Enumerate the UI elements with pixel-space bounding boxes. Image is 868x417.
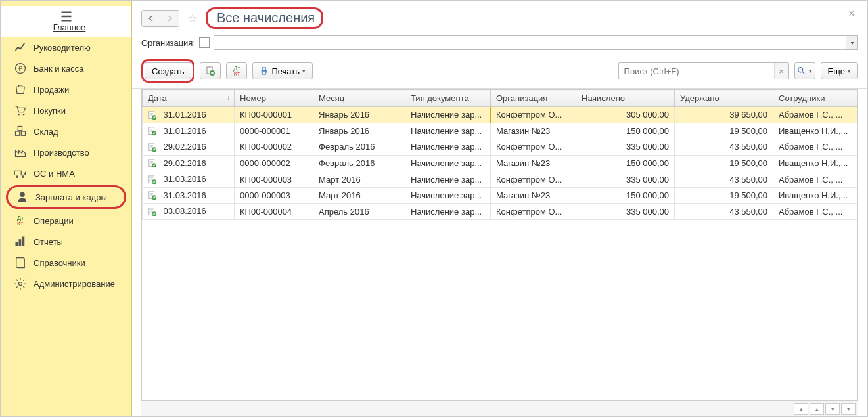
search-clear-button[interactable]: × bbox=[774, 63, 788, 79]
create-button[interactable]: Создать bbox=[145, 62, 191, 79]
table-container: Дата↓ Номер Месяц Тип документа Организа… bbox=[141, 89, 858, 401]
cell-doctype: Начисление зар... bbox=[405, 187, 491, 204]
truck-icon bbox=[14, 167, 27, 179]
cell-accrued: 335 000,00 bbox=[576, 171, 675, 188]
cell-org: Конфетпром О... bbox=[491, 139, 576, 156]
sidebar-item-reports[interactable]: Отчеты bbox=[1, 231, 131, 252]
person-icon bbox=[16, 191, 29, 203]
find-button[interactable]: ▾ bbox=[794, 62, 815, 79]
ruble-icon: ₽ bbox=[14, 62, 27, 74]
org-select[interactable]: ▾ bbox=[214, 35, 858, 50]
org-checkbox[interactable] bbox=[199, 37, 210, 48]
table-row[interactable]: 03.08.2016КП00-000004Апрель 2016Начислен… bbox=[143, 204, 857, 220]
col-date[interactable]: Дата↓ bbox=[143, 90, 235, 107]
scroll-up-button[interactable]: ▴ bbox=[810, 403, 824, 415]
main-area: × ☆ Все начисления Организация: ▾ Создат… bbox=[132, 1, 867, 416]
sidebar-item-assets[interactable]: ОС и НМА bbox=[1, 163, 131, 184]
sidebar-item-label: Главное bbox=[53, 22, 86, 32]
nav-back-button[interactable] bbox=[142, 11, 160, 26]
svg-rect-12 bbox=[22, 237, 25, 246]
cell-number: 0000-000003 bbox=[235, 187, 313, 204]
cell-org: Магазин №23 bbox=[491, 187, 576, 204]
chevron-down-icon: ▾ bbox=[809, 68, 812, 74]
sidebar-item-operations[interactable]: ДтКт Операции bbox=[1, 210, 131, 231]
svg-point-3 bbox=[23, 114, 25, 116]
cell-emp: Иващенко Н.И.,... bbox=[773, 123, 857, 139]
favorite-button[interactable]: ☆ bbox=[185, 11, 200, 26]
org-select-dropdown-icon[interactable]: ▾ bbox=[846, 36, 857, 49]
sidebar-item-sales[interactable]: Продажи bbox=[1, 79, 131, 100]
document-posted-icon bbox=[148, 111, 157, 120]
scroll-bottom-button[interactable]: ▾ bbox=[841, 403, 856, 415]
sidebar-item-production[interactable]: Производство bbox=[1, 142, 131, 163]
col-number[interactable]: Номер bbox=[235, 90, 313, 107]
dtkt-icon: ДтКт bbox=[233, 66, 240, 76]
menu-icon bbox=[60, 11, 73, 22]
sidebar-item-catalogs[interactable]: Справочники bbox=[1, 252, 131, 273]
copy-button[interactable] bbox=[200, 62, 221, 79]
print-button[interactable]: Печать ▾ bbox=[252, 62, 313, 79]
document-posted-icon bbox=[148, 175, 157, 185]
page-title: Все начисления bbox=[217, 11, 315, 25]
svg-point-19 bbox=[798, 68, 803, 72]
cell-month: Январь 2016 bbox=[313, 123, 405, 139]
col-withheld[interactable]: Удержано bbox=[675, 90, 773, 107]
col-employees[interactable]: Сотрудники bbox=[773, 90, 857, 107]
title-highlight: Все начисления bbox=[206, 7, 323, 29]
sidebar-item-warehouse[interactable]: Склад bbox=[1, 121, 131, 142]
table-row[interactable]: 29.02.2016КП00-000002Февраль 2016Начисле… bbox=[143, 139, 857, 156]
sidebar-item-salary[interactable]: Зарплата и кадры bbox=[12, 190, 120, 204]
col-accrued[interactable]: Начислено bbox=[576, 90, 675, 107]
create-button-label: Создать bbox=[152, 66, 184, 76]
cell-date: 29.02.2016 bbox=[143, 155, 235, 171]
cell-month: Март 2016 bbox=[313, 187, 405, 204]
search-icon bbox=[797, 66, 806, 76]
bottom-bar: ▴ ▴ ▾ ▾ bbox=[141, 401, 858, 416]
table-row[interactable]: 31.03.2016КП00-000003Март 2016Начисление… bbox=[143, 171, 857, 188]
sidebar-item-main[interactable]: Главное bbox=[1, 6, 131, 37]
more-button[interactable]: Еще ▾ bbox=[821, 62, 858, 79]
chevron-down-icon: ▾ bbox=[302, 68, 306, 74]
scroll-top-button[interactable]: ▴ bbox=[794, 403, 808, 415]
col-doctype[interactable]: Тип документа bbox=[405, 90, 491, 107]
sidebar-item-purchases[interactable]: Покупки bbox=[1, 100, 131, 121]
cell-org: Магазин №23 bbox=[491, 155, 576, 171]
cell-doctype: Начисление зар... bbox=[405, 139, 491, 156]
dtkt-icon: ДтКт bbox=[14, 215, 27, 227]
org-filter-row: Организация: ▾ bbox=[132, 33, 867, 56]
printer-icon bbox=[260, 66, 269, 76]
cell-month: Февраль 2016 bbox=[313, 155, 405, 171]
dtkt-button[interactable]: ДтКт bbox=[226, 62, 247, 79]
sidebar-item-bank[interactable]: ₽ Банк и касса bbox=[1, 58, 131, 79]
sidebar-item-label: Производство bbox=[34, 148, 89, 158]
svg-rect-11 bbox=[19, 239, 22, 246]
table-row[interactable]: 29.02.20160000-000002Февраль 2016Начисле… bbox=[143, 155, 857, 171]
cell-accrued: 150 000,00 bbox=[576, 187, 675, 204]
org-label: Организация: bbox=[141, 38, 195, 48]
cell-emp: Абрамов Г.С., ... bbox=[773, 171, 857, 188]
cell-withheld: 19 500,00 bbox=[675, 187, 773, 204]
search-box: × bbox=[618, 62, 789, 79]
svg-text:₽: ₽ bbox=[18, 65, 23, 72]
col-org[interactable]: Организация bbox=[491, 90, 576, 107]
cell-month: Февраль 2016 bbox=[313, 139, 405, 156]
table-row[interactable]: 31.01.20160000-000001Январь 2016Начислен… bbox=[143, 123, 857, 139]
search-input[interactable] bbox=[619, 66, 774, 76]
table-row[interactable]: 31.03.20160000-000003Март 2016Начисление… bbox=[143, 187, 857, 204]
nav-forward-button[interactable] bbox=[160, 11, 179, 26]
close-button[interactable]: × bbox=[845, 7, 858, 20]
col-month[interactable]: Месяц bbox=[313, 90, 405, 107]
cell-number: КП00-000002 bbox=[235, 139, 313, 156]
scroll-down-button[interactable]: ▾ bbox=[825, 403, 840, 415]
cell-org: Магазин №23 bbox=[491, 123, 576, 139]
cell-emp: Абрамов Г.С., ... bbox=[773, 139, 857, 156]
sidebar-item-admin[interactable]: Администрирование bbox=[1, 273, 131, 294]
table-row[interactable]: 31.01.2016КП00-000001Январь 2016Начислен… bbox=[143, 107, 857, 123]
document-posted-icon bbox=[148, 191, 157, 200]
sidebar-item-manager[interactable]: Руководителю bbox=[1, 37, 131, 58]
bars-icon bbox=[14, 236, 27, 248]
sidebar-item-label: Отчеты bbox=[34, 237, 63, 247]
cell-month: Апрель 2016 bbox=[313, 204, 405, 220]
gear-icon bbox=[14, 278, 27, 290]
cell-date: 29.02.2016 bbox=[143, 139, 235, 156]
